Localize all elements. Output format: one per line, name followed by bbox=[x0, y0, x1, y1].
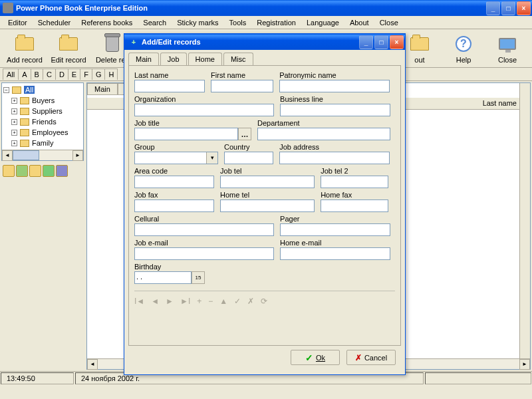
sidebar-tool-3[interactable] bbox=[29, 165, 41, 177]
input-birthday[interactable]: . . bbox=[134, 271, 192, 284]
nav-last-icon[interactable]: ►I bbox=[180, 297, 190, 306]
alpha-all[interactable]: All bbox=[3, 68, 19, 80]
tree-twist-icon[interactable]: − bbox=[3, 87, 9, 93]
tree-item-buyers[interactable]: +Buyers bbox=[3, 95, 82, 106]
menu-tools[interactable]: Tools bbox=[224, 17, 252, 28]
input-last-name[interactable] bbox=[134, 80, 205, 92]
alpha-a[interactable]: A bbox=[18, 68, 31, 80]
dialog-tab-home[interactable]: Home bbox=[188, 53, 222, 65]
alpha-c[interactable]: C bbox=[43, 68, 56, 80]
input-job-title[interactable] bbox=[134, 128, 238, 140]
menu-search[interactable]: Search bbox=[138, 17, 172, 28]
dialog-tab-main[interactable]: Main bbox=[128, 53, 159, 65]
dialog-maximize-button[interactable]: □ bbox=[374, 35, 388, 49]
nav-post-icon[interactable]: ✓ bbox=[234, 297, 241, 306]
menu-close[interactable]: Close bbox=[374, 17, 404, 28]
input-home-email[interactable] bbox=[280, 247, 390, 260]
nav-first-icon[interactable]: I◄ bbox=[134, 297, 144, 306]
tree-root-all[interactable]: − All bbox=[3, 84, 82, 95]
input-country[interactable] bbox=[224, 152, 273, 164]
tree-item-employees[interactable]: +Employees bbox=[3, 127, 82, 138]
combo-group[interactable] bbox=[134, 152, 218, 164]
input-pager[interactable] bbox=[280, 223, 390, 236]
grid-vscroll[interactable] bbox=[519, 83, 530, 358]
alpha-b[interactable]: B bbox=[31, 68, 43, 80]
tree-twist-icon[interactable]: + bbox=[11, 98, 17, 104]
dialog-titlebar[interactable]: + Add/Edit records _ □ × bbox=[124, 34, 405, 50]
ok-button[interactable]: ✓Ok bbox=[291, 350, 340, 365]
close-button[interactable]: Close bbox=[485, 32, 529, 65]
menu-referens-books[interactable]: Referens books bbox=[76, 17, 138, 28]
input-area-code[interactable] bbox=[134, 176, 214, 188]
label-first-name: First name bbox=[211, 71, 273, 79]
sidebar-tool-1[interactable] bbox=[3, 165, 15, 177]
dialog-minimize-button[interactable]: _ bbox=[359, 35, 373, 49]
monitor-icon bbox=[499, 38, 516, 50]
scroll-left-icon[interactable]: ◄ bbox=[87, 359, 98, 370]
help-button[interactable]: ? Help bbox=[442, 32, 485, 65]
menu-sticky-marks[interactable]: Sticky marks bbox=[172, 17, 223, 28]
tree-item-friends[interactable]: +Friends bbox=[3, 116, 82, 127]
label-home-fax: Home fax bbox=[321, 191, 388, 199]
scroll-left-icon[interactable]: ◄ bbox=[2, 150, 13, 161]
window-maximize-button[interactable]: □ bbox=[501, 1, 515, 15]
sidebar-toolbar bbox=[1, 164, 84, 178]
nav-edit-icon[interactable]: ▲ bbox=[219, 297, 227, 306]
tree-item-suppliers[interactable]: +Suppliers bbox=[3, 106, 82, 116]
nav-cancel-icon[interactable]: ✗ bbox=[247, 297, 254, 306]
menu-editor[interactable]: Editor bbox=[3, 17, 33, 28]
menu-scheduler[interactable]: Scheduler bbox=[33, 17, 76, 28]
scroll-thumb[interactable] bbox=[13, 150, 39, 160]
scroll-right-icon[interactable]: ► bbox=[519, 359, 530, 370]
tree-twist-icon[interactable]: + bbox=[11, 119, 17, 125]
alpha-d[interactable]: D bbox=[55, 68, 68, 80]
input-job-tel2[interactable] bbox=[321, 176, 388, 188]
sidebar-tool-5[interactable] bbox=[56, 165, 68, 177]
input-cellural[interactable] bbox=[134, 223, 274, 236]
tree-item-family[interactable]: +Family bbox=[3, 138, 82, 148]
menu-language[interactable]: Language bbox=[301, 17, 344, 28]
nav-delete-icon[interactable]: − bbox=[208, 297, 213, 306]
tree-twist-icon[interactable]: + bbox=[11, 140, 17, 146]
nav-next-icon[interactable]: ► bbox=[166, 297, 174, 306]
input-job-email[interactable] bbox=[134, 247, 274, 260]
menu-registration[interactable]: Registration bbox=[251, 17, 301, 28]
menu-about[interactable]: About bbox=[344, 17, 374, 28]
input-job-fax[interactable] bbox=[134, 200, 214, 212]
sidebar-hscroll[interactable]: ◄ ► bbox=[2, 150, 83, 160]
input-business-line[interactable] bbox=[280, 104, 390, 116]
add-record-button[interactable]: Add record bbox=[3, 32, 47, 65]
input-job-tel[interactable] bbox=[220, 176, 315, 188]
input-home-fax[interactable] bbox=[321, 200, 388, 212]
tree-twist-icon[interactable]: + bbox=[11, 108, 17, 114]
alpha-e[interactable]: E bbox=[68, 68, 80, 80]
sidebar-tool-2[interactable] bbox=[16, 165, 28, 177]
input-patronymic[interactable] bbox=[279, 80, 390, 92]
input-home-tel[interactable] bbox=[220, 200, 315, 212]
nav-prev-icon[interactable]: ◄ bbox=[151, 297, 159, 306]
window-minimize-button[interactable]: _ bbox=[486, 1, 500, 15]
dialog-close-button[interactable]: × bbox=[390, 35, 404, 49]
input-organization[interactable] bbox=[134, 104, 274, 116]
menu-bar: Editor Scheduler Referens books Search S… bbox=[0, 16, 532, 29]
tree-twist-icon[interactable]: + bbox=[11, 130, 17, 136]
nav-add-icon[interactable]: + bbox=[197, 297, 201, 306]
alpha-f[interactable]: F bbox=[80, 68, 92, 80]
window-close-button[interactable]: × bbox=[517, 1, 531, 15]
input-first-name[interactable] bbox=[211, 80, 273, 92]
input-job-address[interactable] bbox=[279, 152, 390, 164]
scroll-right-icon[interactable]: ► bbox=[72, 150, 83, 161]
input-department[interactable] bbox=[257, 128, 390, 140]
nav-refresh-icon[interactable]: ⟳ bbox=[261, 297, 267, 306]
job-title-browse-button[interactable]: … bbox=[238, 128, 251, 140]
alpha-h[interactable]: H bbox=[104, 68, 118, 80]
cancel-button[interactable]: ✗Cancel bbox=[346, 350, 396, 365]
sidebar-tool-4[interactable] bbox=[43, 165, 55, 177]
edit-record-button[interactable]: Edit record bbox=[47, 32, 90, 65]
grid-column-lastname[interactable]: Last name bbox=[483, 99, 517, 107]
dialog-tab-misc[interactable]: Misc bbox=[223, 53, 253, 65]
dialog-tab-job[interactable]: Job bbox=[160, 53, 187, 65]
grid-tab-main[interactable]: Main bbox=[87, 83, 118, 95]
alpha-g[interactable]: G bbox=[92, 68, 106, 80]
birthday-calendar-button[interactable]: 15 bbox=[192, 271, 205, 284]
